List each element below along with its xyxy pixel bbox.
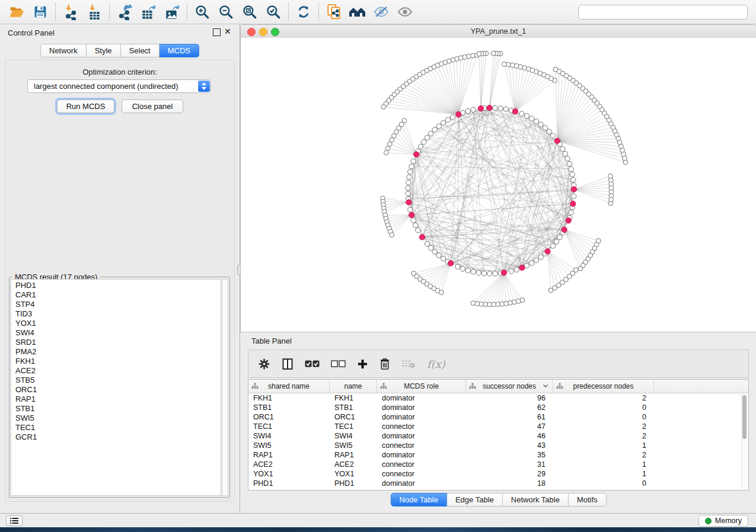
mcds-result-item[interactable]: CAR1 [11,290,221,300]
first-neighbors-button[interactable] [346,2,369,21]
column-header-shared-name[interactable]: shared name [248,380,330,393]
column-header-filler [654,380,748,393]
table-row[interactable]: SWI5SWI5connector431 [248,441,748,450]
table-cell: TEC1 [248,422,330,431]
toolbar-separator [288,3,289,21]
tab-motifs[interactable]: Motifs [569,493,607,507]
list-icon [10,517,18,524]
hide-selected-button[interactable] [369,2,393,21]
zoom-out-button[interactable] [214,2,238,21]
add-column-button[interactable] [357,358,368,370]
mcds-result-item[interactable]: YOX1 [11,319,221,328]
table-cell-filler [654,441,748,450]
table-row[interactable]: RAP1RAP1dominator352 [248,450,748,460]
mcds-result-item[interactable]: FKH1 [11,357,221,366]
mcds-result-item[interactable]: ORC1 [11,385,221,395]
import-network-button[interactable] [59,2,82,21]
memory-button[interactable]: Memory [698,515,748,527]
minimize-window-icon[interactable] [259,28,267,36]
select-all-button[interactable] [305,360,320,368]
table-row[interactable]: ACE2ACE2connector311 [248,460,748,469]
zoom-in-button[interactable] [190,2,214,21]
tab-node-table[interactable]: Node Table [390,493,447,507]
tab-edge-table[interactable]: Edge Table [447,493,503,507]
table-cell: YOX1 [248,469,330,479]
delete-table-button-disabled [401,359,416,368]
zoom-selected-button[interactable] [261,2,285,21]
column-header-successor-nodes[interactable]: successor nodes [466,380,553,393]
refresh-layout-button[interactable] [292,2,315,21]
close-panel-button[interactable]: Close panel [122,100,183,113]
table-scrollbar[interactable] [741,394,747,489]
tab-network-table[interactable]: Network Table [503,493,569,507]
tab-select[interactable]: Select [121,44,160,57]
tab-network[interactable]: Network [40,44,87,57]
mcds-result-item[interactable]: PHD1 [11,281,221,290]
search-input[interactable] [578,5,748,20]
delete-column-button[interactable] [379,358,390,370]
maximize-window-icon[interactable] [271,28,279,36]
network-canvas[interactable] [241,38,756,332]
show-all-button[interactable] [393,2,417,21]
save-session-button[interactable] [28,2,52,21]
mcds-result-item[interactable]: TID3 [11,309,221,319]
table-settings-button[interactable] [258,358,270,370]
column-header-name[interactable]: name [330,380,377,393]
table-cell: 18 [466,479,553,488]
mcds-result-item[interactable]: SWI5 [11,414,221,423]
deselect-all-button[interactable] [331,360,346,368]
export-image-button[interactable] [160,2,184,21]
task-history-button[interactable] [6,515,23,526]
column-header-predecessor-nodes[interactable]: predecessor nodes [553,380,654,393]
table-scrollbar-thumb[interactable] [742,395,747,439]
table-cell: connector [377,460,466,469]
zoom-in-icon [194,4,210,20]
mcds-result-item[interactable]: SWI4 [11,328,221,338]
column-layout-button[interactable] [282,358,294,370]
table-cell: PHD1 [248,479,330,488]
zoom-fit-button[interactable] [238,2,261,21]
table-cell: 2 [553,450,654,460]
table-row[interactable]: SWI4SWI4dominator462 [248,431,748,441]
control-panel-tabs: Network Style Select MCDS [40,44,199,57]
share-network-document-button[interactable] [322,2,346,21]
export-table-button[interactable] [136,2,160,21]
table-row[interactable]: FKH1FKH1dominator962 [248,393,748,403]
tab-style[interactable]: Style [87,44,121,57]
import-table-icon [87,4,102,20]
table-row[interactable]: YOX1YOX1connector291 [248,469,748,479]
export-network-button[interactable] [113,2,136,21]
mcds-result-item[interactable]: PMA2 [11,347,221,357]
close-panel-icon[interactable]: ✕ [224,27,231,36]
mcds-result-item[interactable]: STP4 [11,300,221,309]
mcds-result-item[interactable]: STB1 [11,404,221,414]
sort-chevron-icon [543,384,548,387]
float-window-icon[interactable] [213,28,221,36]
mcds-result-item[interactable]: RAP1 [11,395,221,404]
table-row[interactable]: TEC1TEC1connector472 [248,422,748,431]
close-window-icon[interactable] [247,28,256,36]
table-cell: dominator [377,450,466,460]
table-row[interactable]: PHD1PHD1dominator180 [248,479,748,488]
mcds-result-item[interactable]: ACE2 [11,366,221,376]
network-window-titlebar[interactable]: YPA_prune.txt_1 [241,25,756,39]
desktop-background [0,527,756,532]
table-cell-filler [654,460,748,469]
mcds-result-scrollbar[interactable] [222,279,228,496]
network-graph [241,38,756,332]
table-row[interactable]: STB1STB1dominator620 [248,403,748,412]
table-cell: 1 [553,469,654,479]
mcds-result-item[interactable]: SRD1 [11,338,221,347]
open-file-button[interactable] [5,2,28,21]
zoom-out-icon [218,4,234,20]
import-table-button[interactable] [82,2,106,21]
mcds-result-item[interactable]: TEC1 [11,423,221,432]
mcds-result-item[interactable]: STB5 [11,376,221,385]
tab-mcds[interactable]: MCDS [160,44,199,57]
mcds-result-list[interactable]: PHD1CAR1STP4TID3YOX1SWI4SRD1PMA2FKH1ACE2… [11,279,221,496]
mcds-result-item[interactable]: GCR1 [11,432,221,442]
run-mcds-button[interactable]: Run MCDS [57,100,114,113]
criterion-dropdown[interactable]: largest connected component (undirected) [27,79,211,93]
column-header-mcds-role[interactable]: MCDS role [377,380,466,393]
table-row[interactable]: ORC1ORC1dominator610 [248,412,748,422]
